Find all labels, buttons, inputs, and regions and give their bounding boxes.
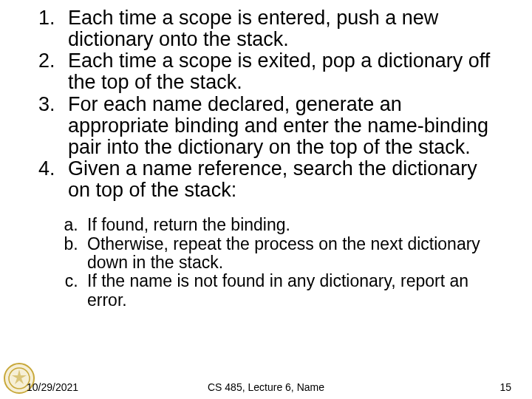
- list-item-text: If the name is not found in any dictiona…: [87, 271, 468, 309]
- list-item: Given a name reference, search the dicti…: [61, 158, 502, 201]
- lettered-sublist: If found, return the binding. Otherwise,…: [52, 216, 502, 309]
- list-item: Each time a scope is exited, pop a dicti…: [61, 50, 502, 93]
- list-item: If found, return the binding.: [83, 216, 502, 234]
- list-item-text: Each time a scope is entered, push a new…: [68, 7, 438, 50]
- list-item-text: Each time a scope is exited, pop a dicti…: [68, 50, 490, 93]
- numbered-list: Each time a scope is entered, push a new…: [30, 7, 502, 201]
- list-item: Otherwise, repeat the process on the nex…: [83, 235, 502, 273]
- footer-title: CS 485, Lecture 6, Name: [0, 381, 532, 393]
- list-item-text: For each name declared, generate an appr…: [68, 93, 488, 158]
- list-item-text: If found, return the binding.: [87, 215, 290, 234]
- list-item: If the name is not found in any dictiona…: [83, 272, 502, 310]
- page-number: 15: [499, 381, 511, 393]
- list-item: For each name declared, generate an appr…: [61, 94, 502, 158]
- slide: Each time a scope is entered, push a new…: [0, 0, 532, 399]
- list-item-text: Otherwise, repeat the process on the nex…: [87, 234, 480, 272]
- list-item-text: Given a name reference, search the dicti…: [68, 157, 477, 201]
- list-item: Each time a scope is entered, push a new…: [61, 7, 502, 50]
